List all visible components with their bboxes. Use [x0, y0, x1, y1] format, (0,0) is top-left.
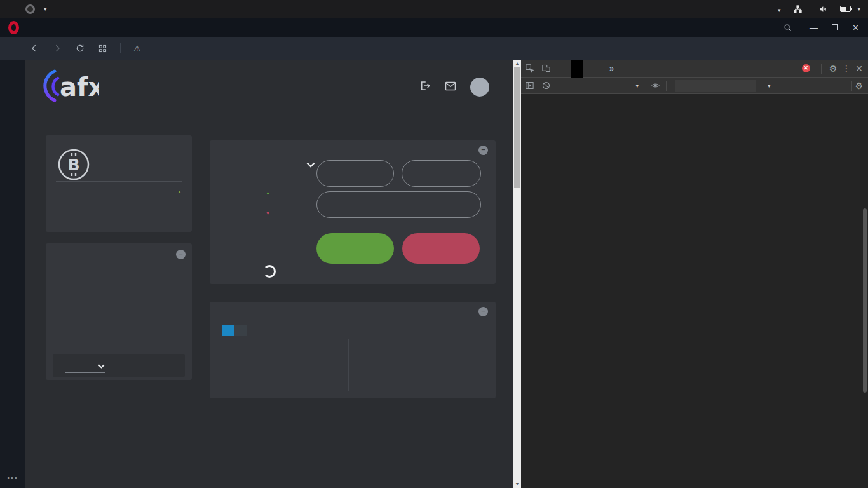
- chevron-down-icon: ▾: [768, 83, 771, 89]
- search-icon[interactable]: [779, 23, 796, 32]
- portfolio-total-bar: [53, 354, 185, 377]
- divider: [644, 81, 644, 91]
- console-messages: [521, 94, 868, 488]
- chevron-down-icon: ▾: [635, 83, 639, 89]
- divider: [557, 64, 557, 74]
- mail-icon[interactable]: [445, 81, 456, 93]
- collapse-icon[interactable]: –: [478, 146, 488, 155]
- kebab-menu-icon[interactable]: ⋮: [842, 64, 850, 73]
- chevron-down-icon: ▾: [778, 7, 781, 13]
- chevron-down-icon: ▾: [44, 6, 47, 12]
- tab-elements[interactable]: [560, 60, 571, 78]
- browser-tab-strip: — ✕: [0, 18, 868, 37]
- trade-card: – ▲ ▼: [210, 140, 496, 284]
- divider: [348, 339, 349, 391]
- avatar[interactable]: [470, 78, 489, 97]
- tab-sources[interactable]: [583, 60, 594, 78]
- divider: [56, 181, 182, 182]
- scroll-down-icon[interactable]: ▼: [513, 480, 521, 488]
- loading-spinner: [263, 265, 276, 278]
- error-count-badge[interactable]: ✕: [802, 64, 813, 72]
- close-devtools-icon[interactable]: ✕: [855, 64, 863, 74]
- devtools-main-toolbar: » ✕ ⚙ ⋮ ✕: [521, 60, 868, 78]
- logout-icon[interactable]: [419, 80, 431, 94]
- total-input[interactable]: [316, 191, 481, 218]
- back-icon[interactable]: [29, 43, 39, 53]
- opera-browser-icon[interactable]: [0, 18, 27, 37]
- orderbook-card: –: [210, 302, 496, 398]
- afx-app: afx B: [25, 60, 513, 488]
- divider: [851, 81, 852, 91]
- amount-input[interactable]: [402, 160, 481, 187]
- sell-button[interactable]: [402, 233, 480, 264]
- bitcoin-icon: B: [57, 148, 90, 184]
- minimize-button[interactable]: —: [810, 23, 818, 32]
- forward-icon[interactable]: [52, 43, 62, 53]
- battery-icon: [840, 6, 851, 12]
- order-type-select[interactable]: [222, 162, 315, 173]
- console-settings-gear-icon[interactable]: ⚙: [855, 81, 863, 91]
- console-toolbar: ▾ ▾ ⚙: [521, 78, 868, 94]
- portfolio-card: –: [46, 243, 192, 380]
- maximize-button[interactable]: [832, 24, 838, 30]
- close-window-button[interactable]: ✕: [852, 23, 859, 32]
- divider: [557, 81, 557, 91]
- scrollbar-thumb[interactable]: [514, 67, 520, 188]
- scrollbar-thumb[interactable]: [863, 208, 867, 393]
- settings-gear-icon[interactable]: ⚙: [829, 64, 837, 74]
- change-row: ▲: [177, 187, 182, 194]
- network-icon[interactable]: [789, 4, 806, 14]
- inspect-element-icon[interactable]: [521, 64, 538, 73]
- up-triangle-icon: ▲: [177, 189, 182, 194]
- address-bar: ⚠: [0, 37, 868, 60]
- bid-value: ▲: [266, 187, 270, 196]
- clear-console-icon[interactable]: [538, 81, 554, 90]
- site-security-warning-icon[interactable]: ⚠: [133, 44, 141, 53]
- battery-indicator[interactable]: ▾: [840, 6, 860, 12]
- tab-network[interactable]: [594, 60, 606, 78]
- log-levels-select[interactable]: ▾: [764, 83, 771, 89]
- opera-sidebar: •••: [0, 60, 25, 488]
- afx-logo[interactable]: afx: [41, 67, 99, 107]
- volume-icon[interactable]: [815, 4, 831, 14]
- tab-console[interactable]: [571, 60, 583, 78]
- buy-button[interactable]: [316, 233, 394, 264]
- execution-context-select[interactable]: ▾: [560, 83, 641, 89]
- divider: [821, 64, 822, 74]
- chevron-down-icon: ▾: [857, 6, 860, 12]
- speed-dial-icon[interactable]: [98, 44, 107, 53]
- total-currency-select[interactable]: [65, 364, 105, 373]
- app-menu-button[interactable]: ▾: [25, 4, 47, 14]
- ticker-card: B ▲: [46, 135, 192, 232]
- price-input[interactable]: [316, 160, 394, 187]
- reload-icon[interactable]: [75, 43, 85, 53]
- devtools-panel: » ✕ ⚙ ⋮ ✕ ▾: [521, 60, 868, 488]
- desktop: ▾ ▾ ▾: [0, 0, 868, 488]
- more-tabs-icon[interactable]: »: [606, 64, 618, 73]
- svg-text:afx: afx: [60, 72, 99, 102]
- console-scrollbar[interactable]: [862, 94, 868, 488]
- error-icon: ✕: [802, 64, 810, 72]
- language-indicator[interactable]: ▾: [778, 4, 781, 14]
- console-sidebar-icon[interactable]: [521, 81, 538, 90]
- chevron-down-icon: [98, 364, 105, 369]
- divider: [120, 43, 121, 53]
- collapse-icon[interactable]: –: [176, 250, 186, 259]
- system-top-bar: ▾ ▾ ▾: [0, 0, 868, 18]
- scroll-up-icon[interactable]: ▲: [513, 60, 521, 67]
- svg-text:B: B: [67, 156, 79, 174]
- page-scrollbar[interactable]: ▲ ▼: [513, 60, 521, 488]
- collapse-icon[interactable]: –: [478, 307, 488, 316]
- opera-icon: [25, 4, 35, 14]
- device-toolbar-icon[interactable]: [538, 64, 554, 73]
- tab-ver-todas[interactable]: [222, 325, 234, 336]
- filter-input[interactable]: [675, 80, 756, 92]
- ask-value: ▼: [266, 208, 270, 217]
- chevron-down-icon: [306, 162, 315, 168]
- divider: [666, 81, 667, 91]
- tab-ver-propias[interactable]: [234, 325, 247, 336]
- new-tab-button[interactable]: [27, 18, 46, 37]
- more-options-icon[interactable]: •••: [7, 474, 18, 482]
- eye-icon[interactable]: [647, 81, 663, 90]
